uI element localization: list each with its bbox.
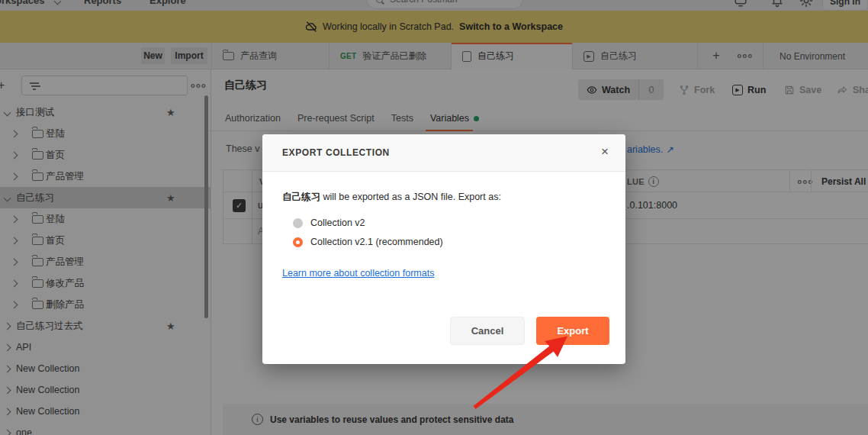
modal-message: 自己练习 will be exported as a JSON file. Ex… bbox=[282, 191, 501, 204]
close-icon[interactable]: × bbox=[596, 143, 613, 160]
collection-name: 自己练习 bbox=[282, 192, 320, 202]
export-button[interactable]: Export bbox=[536, 317, 609, 345]
postman-app: Workspaces Reports Explore Sign In Worki… bbox=[0, 0, 868, 435]
cancel-button[interactable]: Cancel bbox=[450, 317, 525, 345]
radio-collection-v21[interactable]: Collection v2.1 (recommended) bbox=[293, 237, 443, 247]
radio-unselected-icon[interactable] bbox=[293, 218, 303, 228]
radio-collection-v2[interactable]: Collection v2 bbox=[293, 218, 365, 228]
collection-formats-link[interactable]: Learn more about collection formats bbox=[282, 268, 434, 279]
modal-title: EXPORT COLLECTION bbox=[282, 147, 390, 158]
radio-selected-icon[interactable] bbox=[293, 237, 303, 247]
export-collection-modal: EXPORT COLLECTION × 自己练习 will be exporte… bbox=[262, 134, 625, 364]
